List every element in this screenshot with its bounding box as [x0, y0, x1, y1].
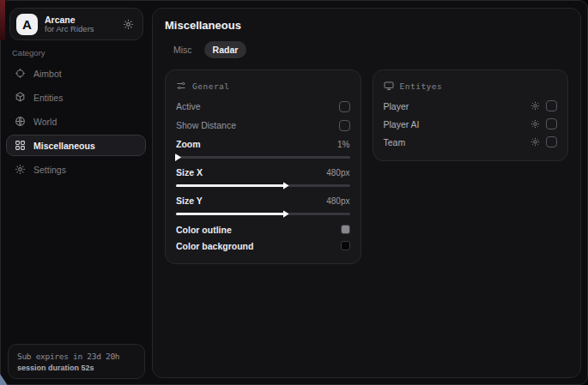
cards-row: General Active Show Distance Zoom 1% — [165, 69, 568, 264]
entity-row-player-ai: Player AI — [384, 115, 558, 133]
size-x-slider[interactable] — [176, 184, 350, 187]
slider-value: 1% — [337, 140, 349, 149]
gear-icon — [15, 164, 26, 175]
entity-label: Player — [384, 101, 531, 111]
page-title: Miscellaneous — [165, 19, 568, 32]
setting-row-color-outline: Color outline — [176, 221, 350, 238]
globe-icon — [15, 116, 26, 127]
sidebar-item-world[interactable]: World — [6, 111, 146, 132]
general-card: General Active Show Distance Zoom 1% — [165, 69, 361, 264]
entities-card: Entityes Player Pl — [373, 69, 569, 161]
gear-icon[interactable] — [530, 119, 540, 129]
show-distance-checkbox[interactable] — [339, 120, 350, 131]
entity-row-team: Team — [384, 133, 558, 151]
gear-icon[interactable] — [530, 101, 540, 111]
active-checkbox[interactable] — [339, 101, 350, 112]
sidebar-item-aimbot[interactable]: Aimbot — [6, 63, 146, 84]
zoom-slider[interactable] — [176, 156, 350, 159]
card-title: Entityes — [400, 81, 443, 91]
card-title: General — [192, 81, 230, 91]
crosshair-icon — [15, 68, 26, 79]
category-label: Category — [12, 48, 45, 57]
color-outline-swatch[interactable] — [341, 225, 350, 234]
cube-icon — [15, 92, 26, 103]
setting-label: Show Distance — [176, 120, 236, 130]
sidebar-item-settings[interactable]: Settings — [6, 159, 146, 180]
setting-label: Size X — [176, 167, 203, 177]
sidebar-item-label: Aimbot — [33, 69, 62, 79]
slider-thumb[interactable] — [175, 153, 181, 161]
setting-label: Active — [176, 101, 201, 111]
sidebar-item-label: Settings — [33, 165, 66, 175]
sidebar-nav: Aimbot Entities World — [6, 63, 146, 180]
entity-label: Player AI — [384, 119, 531, 129]
sub-expires-text: Sub expires in 23d 20h — [17, 352, 136, 361]
slider-thumb[interactable] — [283, 182, 289, 189]
tab-radar[interactable]: Radar — [204, 41, 247, 58]
slider-thumb[interactable] — [283, 210, 289, 218]
sliders-icon — [176, 81, 186, 91]
setting-label: Size Y — [176, 196, 203, 206]
subscription-card: Sub expires in 23d 20h session duration … — [8, 344, 145, 379]
player-ai-checkbox[interactable] — [546, 118, 557, 129]
gear-icon[interactable] — [123, 19, 134, 30]
setting-label: Color background — [176, 241, 253, 251]
sidebar-item-label: Miscellaneous — [33, 141, 95, 151]
entity-label: Team — [384, 137, 531, 147]
setting-row-size-y: Size Y 480px — [176, 193, 350, 215]
desktop-red-sliver — [0, 0, 5, 40]
team-checkbox[interactable] — [546, 136, 557, 147]
sidebar-item-label: World — [33, 117, 57, 127]
setting-row-size-x: Size X 480px — [176, 165, 350, 187]
slider-value: 480px — [326, 168, 349, 177]
entity-row-player: Player — [384, 97, 558, 115]
size-y-slider[interactable] — [176, 213, 350, 215]
grid-icon — [15, 140, 26, 151]
app-logo: A — [16, 14, 38, 35]
main-panel: Miscellaneous Misc Radar General — [152, 8, 581, 378]
app-window: A Arcane for Arc Riders Category — [0, 0, 588, 385]
sidebar-item-entities[interactable]: Entities — [6, 87, 146, 108]
slider-value: 480px — [326, 196, 349, 206]
session-duration-text: session duration 52s — [17, 364, 136, 372]
monitor-icon — [384, 81, 394, 91]
setting-row-color-background: Color background — [176, 238, 350, 254]
app-subtitle: for Arc Riders — [45, 25, 116, 34]
setting-row-active: Active — [176, 97, 350, 116]
sidebar-item-miscellaneous[interactable]: Miscellaneous — [6, 135, 146, 156]
player-checkbox[interactable] — [546, 100, 557, 111]
app-name: Arcane — [45, 15, 116, 25]
setting-row-zoom: Zoom 1% — [176, 136, 350, 159]
sidebar-item-label: Entities — [33, 93, 63, 103]
sidebar: A Arcane for Arc Riders Category — [1, 1, 152, 384]
setting-row-show-distance: Show Distance — [176, 116, 350, 135]
logo-card: A Arcane for Arc Riders — [9, 8, 143, 40]
color-background-swatch[interactable] — [341, 241, 350, 250]
tab-misc[interactable]: Misc — [165, 41, 201, 58]
setting-label: Zoom — [176, 139, 201, 149]
tab-bar: Misc Radar — [165, 41, 568, 58]
setting-label: Color outline — [176, 225, 232, 235]
gear-icon[interactable] — [530, 137, 540, 147]
